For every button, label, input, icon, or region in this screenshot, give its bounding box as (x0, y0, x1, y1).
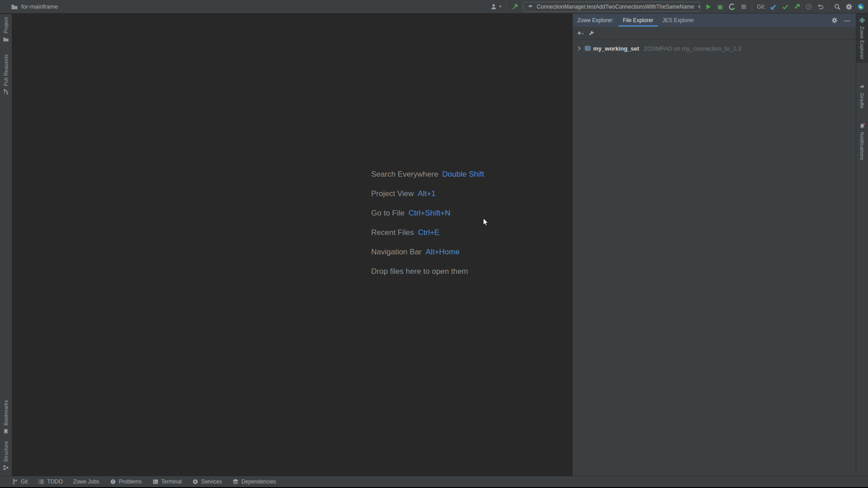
zowe-explorer-panel: Zowe Explorer: File Explorer JES Explore… (572, 14, 856, 476)
stripe-tab-pull-requests-label: Pull Requests (3, 54, 9, 86)
project-name[interactable]: for-mainframe (21, 3, 58, 10)
hint-project-view: Project View Alt+1 (371, 184, 484, 203)
bottom-tab-label: TODO (47, 479, 62, 485)
hint-recent-files: Recent Files Ctrl+E (371, 223, 484, 242)
stop-icon (740, 3, 747, 10)
gradle-icon (527, 4, 533, 10)
tab-file-explorer[interactable]: File Explorer (618, 14, 658, 27)
stripe-tab-project-label: Project (3, 17, 9, 33)
hint-label: Recent Files (371, 228, 414, 237)
bottom-tool-stripe: Git TODO Zowe Jobs Problems Terminal (0, 476, 868, 487)
working-set-icon (585, 45, 591, 52)
cursor-pointer (483, 218, 489, 227)
stripe-tab-gradle[interactable]: Gradle (856, 81, 868, 112)
git-push-icon[interactable] (793, 3, 801, 10)
bottom-tab-label: Services (201, 479, 222, 485)
gradle-icon (859, 84, 865, 90)
wrench-icon[interactable] (588, 30, 594, 36)
zowe-file-tree: my_working_set ZOSMFAD on my_connection_… (573, 40, 856, 53)
stripe-tab-gradle-label: Gradle (859, 93, 865, 108)
hint-shortcut: Ctrl+E (418, 228, 439, 237)
dependencies-icon (232, 479, 239, 485)
stripe-tab-bookmarks[interactable]: Bookmarks (0, 397, 12, 438)
coverage-icon[interactable] (728, 3, 736, 10)
stripe-tab-project[interactable]: Project (0, 14, 12, 46)
bottom-tab-zowe-jobs[interactable]: Zowe Jobs (73, 479, 99, 485)
pull-request-icon (3, 89, 9, 95)
run-configuration-name: ConnectionManager.testAddTwoConnectionsW… (537, 4, 694, 10)
bottom-tab-label: Zowe Jobs (73, 479, 99, 485)
toolbar-separator (752, 3, 752, 11)
run-icon[interactable] (705, 3, 712, 10)
chevron-right-icon[interactable] (576, 45, 582, 52)
zowe-panel-header: Zowe Explorer: File Explorer JES Explore… (573, 14, 856, 27)
search-icon[interactable] (834, 3, 841, 10)
bottom-tab-problems[interactable]: Problems (110, 479, 142, 485)
chevron-down-icon: ▼ (698, 5, 701, 9)
history-icon (805, 3, 812, 10)
stripe-tab-pull-requests[interactable]: Pull Requests (0, 51, 12, 98)
git-toolbar-label: Git: (757, 4, 765, 10)
zowe-icon: Z (859, 17, 865, 23)
bottom-tab-label: Git (21, 479, 28, 485)
todo-list-icon (38, 479, 44, 485)
bottom-tab-label: Dependencies (241, 479, 276, 485)
toolbar-separator (506, 3, 507, 11)
hint-search-everywhere: Search Everywhere Double Shift (371, 164, 484, 184)
chevron-down-icon: ▼ (581, 31, 584, 37)
tab-jes-explorer[interactable]: JES Explorer (658, 14, 698, 27)
rollback-icon[interactable] (817, 3, 824, 10)
svg-text:Z: Z (861, 19, 863, 22)
folder-icon (3, 36, 9, 42)
working-set-name: my_working_set (593, 45, 639, 52)
user-icon (490, 3, 497, 10)
bell-icon (859, 123, 865, 129)
left-tool-stripe: Project Pull Requests Bookmarks Structur… (0, 14, 12, 476)
project-folder-icon (11, 3, 18, 10)
bookmark-icon (3, 428, 9, 435)
bottom-tab-dependencies[interactable]: Dependencies (232, 479, 276, 485)
hint-label: Navigation Bar (371, 248, 422, 257)
terminal-icon (152, 479, 159, 485)
gear-icon[interactable] (845, 3, 853, 10)
bottom-tab-terminal[interactable]: Terminal (152, 479, 182, 485)
hint-go-to-file: Go to File Ctrl+Shift+N (371, 203, 484, 223)
editor-area[interactable] (13, 14, 572, 476)
bottom-tab-services[interactable]: Services (192, 479, 222, 485)
services-icon (192, 479, 198, 485)
minimize-icon[interactable]: — (844, 17, 850, 23)
zowe-panel-title: Zowe Explorer: (573, 14, 618, 27)
hint-shortcut: Alt+Home (426, 248, 460, 257)
plus-icon[interactable]: +▼ (577, 30, 581, 36)
stripe-tab-bookmarks-label: Bookmarks (3, 400, 9, 426)
stripe-tab-zowe-explorer[interactable]: Z Zowe Explorer (856, 14, 868, 63)
user-menu-button[interactable]: ▼ (490, 3, 502, 10)
git-update-icon[interactable] (770, 3, 777, 10)
working-set-detail: ZOSMFAD on my_connection_to_2.3 (644, 45, 741, 52)
bottom-tab-todo[interactable]: TODO (38, 479, 62, 485)
git-commit-icon[interactable] (782, 3, 789, 10)
hint-label: Search Everywhere (371, 170, 438, 179)
right-tool-stripe: Z Zowe Explorer Gradle Notifications (856, 14, 868, 476)
zowe-panel-toolbar: +▼ (573, 27, 856, 40)
hint-shortcut: Alt+1 (418, 189, 435, 198)
toolbar-separator (829, 3, 829, 11)
bottom-tab-label: Terminal (161, 479, 182, 485)
ide-window: for-mainframe ▼ ConnectionManager.testAd… (0, 0, 868, 488)
editor-shortcut-hints: Search Everywhere Double Shift Project V… (371, 164, 484, 281)
gear-icon[interactable] (831, 17, 838, 23)
tree-row-working-set[interactable]: my_working_set ZOSMFAD on my_connection_… (573, 43, 856, 53)
hint-shortcut: Double Shift (442, 170, 484, 179)
stripe-tab-zowe-explorer-label: Zowe Explorer (859, 26, 865, 60)
stripe-tab-structure[interactable]: Structure (0, 438, 12, 474)
stripe-tab-notifications[interactable]: Notifications (856, 120, 868, 164)
run-configuration-select[interactable]: ConnectionManager.testAddTwoConnectionsW… (523, 2, 700, 12)
hint-navigation-bar: Navigation Bar Alt+Home (371, 242, 484, 262)
build-hammer-icon[interactable] (511, 3, 519, 10)
title-bar: for-mainframe ▼ ConnectionManager.testAd… (0, 0, 868, 14)
stripe-tab-notifications-label: Notifications (859, 132, 865, 160)
bottom-tab-git[interactable]: Git (12, 479, 28, 485)
avatar-icon[interactable] (857, 3, 864, 10)
debug-icon[interactable] (717, 3, 724, 10)
stripe-tab-structure-label: Structure (3, 441, 9, 462)
